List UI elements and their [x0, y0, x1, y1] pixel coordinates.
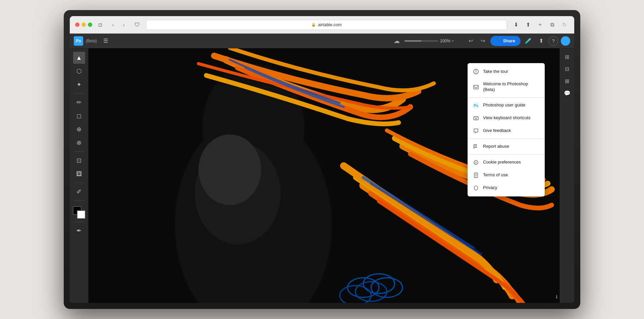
share-person-icon: 👤	[496, 38, 501, 43]
laptop-shell: ⊡ ‹ › 🛡 🔒 airtable.com ⬇ ⬆ ＋ ⧉ ↻ Ps	[64, 10, 580, 309]
zoom-bar[interactable]: 100% ▾	[405, 39, 457, 43]
back-button[interactable]: ‹	[108, 20, 118, 30]
tool-lasso[interactable]: ⬡	[73, 65, 85, 77]
traffic-light-maximize[interactable]	[88, 22, 92, 27]
topbar-right: ↩ ↪ 👤 Share 🧪 ⬆ ?	[466, 36, 570, 46]
tool-magic[interactable]: ✦	[73, 79, 85, 91]
tool-healing[interactable]: ⊗	[73, 137, 85, 149]
right-tool-settings[interactable]: ⊠	[562, 76, 572, 86]
terms-of-use-icon	[473, 172, 479, 178]
tool-eyedropper[interactable]: ✐	[73, 186, 85, 198]
tool-eraser[interactable]: ◻	[73, 110, 85, 122]
svg-point-20	[476, 162, 477, 163]
tool-pen[interactable]: ✒	[73, 225, 85, 237]
tool-divider-4	[74, 200, 85, 201]
ps-beta-label: (Beta)	[86, 39, 97, 43]
browser-actions: ⬇ ⬆ ＋ ⧉ ↻	[511, 20, 569, 30]
tab-icon[interactable]: ⊡	[96, 21, 104, 29]
dropdown-item-give-feedback[interactable]: Give feedback	[468, 125, 545, 137]
tool-brush[interactable]: ✏	[73, 96, 85, 108]
tool-select[interactable]: ▲	[73, 52, 85, 64]
export-icon[interactable]: ⬆	[536, 36, 546, 46]
hamburger-icon[interactable]: ☰	[101, 36, 110, 46]
undo-button[interactable]: ↩	[466, 36, 476, 46]
flask-icon[interactable]: 🧪	[523, 36, 533, 46]
ps-topbar: Ps (Beta) ☰ ☁ 100% ▾ ↩ ↪	[70, 34, 574, 48]
svg-rect-16	[475, 119, 477, 119]
help-button[interactable]: ?	[549, 36, 558, 46]
tool-divider-3	[74, 183, 85, 183]
browser-nav: ‹ ›	[108, 20, 128, 30]
privacy-icon	[473, 185, 479, 191]
dropdown-item-terms-of-use[interactable]: Terms of use	[468, 169, 545, 182]
right-tool-comment[interactable]: 💬	[562, 88, 572, 98]
browser-window: ⊡ ‹ › 🛡 🔒 airtable.com ⬇ ⬆ ＋ ⧉ ↻ Ps	[70, 16, 574, 303]
share-browser-icon[interactable]: ⬆	[523, 20, 533, 30]
user-avatar[interactable]	[561, 36, 570, 46]
redo-button[interactable]: ↪	[478, 36, 488, 46]
tool-crop[interactable]: ⊡	[73, 154, 85, 167]
zoom-track[interactable]	[405, 40, 438, 42]
reload-icon[interactable]: ↻	[559, 20, 569, 30]
report-abuse-label: Report abuse	[483, 144, 509, 149]
new-tab-icon[interactable]: ＋	[535, 20, 545, 30]
give-feedback-label: Give feedback	[483, 128, 511, 134]
zoom-value[interactable]: 100% ▾	[440, 39, 457, 43]
traffic-lights	[75, 22, 92, 27]
traffic-light-close[interactable]	[75, 22, 79, 27]
welcome-label: Welcome to Photoshop (Beta)	[483, 81, 539, 93]
svg-rect-12	[474, 117, 478, 120]
color-swatch[interactable]	[73, 206, 86, 219]
dropdown-item-welcome[interactable]: Welcome to Photoshop (Beta)	[468, 78, 545, 96]
take-tour-icon	[473, 69, 479, 75]
right-tool-layers[interactable]: ⊞	[562, 52, 572, 62]
svg-rect-14	[476, 118, 476, 118]
cookie-preferences-label: Cookie preferences	[483, 160, 521, 165]
forward-button[interactable]: ›	[119, 20, 128, 30]
svg-point-18	[474, 161, 478, 165]
cookie-preferences-icon	[473, 160, 479, 166]
keyboard-shortcuts-icon	[473, 115, 479, 121]
browser-chrome: ⊡ ‹ › 🛡 🔒 airtable.com ⬇ ⬆ ＋ ⧉ ↻	[70, 16, 574, 34]
zoom-thumb	[405, 40, 421, 42]
tool-stamp[interactable]: ⊕	[73, 123, 85, 135]
dropdown-divider-1	[468, 97, 545, 98]
shield-icon: 🛡	[132, 20, 142, 30]
give-feedback-icon	[473, 128, 479, 134]
info-icon[interactable]: ℹ	[556, 294, 557, 300]
svg-rect-13	[474, 118, 475, 118]
lock-icon: 🔒	[311, 22, 316, 27]
dropdown-item-keyboard-shortcuts[interactable]: View keyboard shortcuts	[468, 112, 545, 125]
keyboard-shortcuts-label: View keyboard shortcuts	[483, 115, 530, 121]
user-guide-label: Photoshop user guide	[483, 102, 525, 108]
traffic-light-minimize[interactable]	[82, 22, 86, 27]
cloud-icon: ☁	[394, 37, 400, 45]
tool-frame[interactable]: 🖼	[73, 168, 85, 180]
svg-point-9	[199, 134, 261, 205]
ps-right-panel: ⊞ ⊟ ⊠ 💬	[559, 48, 574, 303]
dropdown-item-report-abuse[interactable]: Report abuse	[468, 140, 545, 153]
dropdown-item-user-guide[interactable]: PsPhotoshop user guide	[468, 99, 545, 112]
dropdown-item-privacy[interactable]: Privacy	[468, 182, 545, 194]
take-tour-label: Take the tour	[483, 69, 508, 75]
svg-rect-15	[477, 118, 478, 118]
dropdown-divider-5	[468, 154, 545, 155]
ps-app: Ps (Beta) ☰ ☁ 100% ▾ ↩ ↪	[70, 34, 574, 303]
ps-logo: Ps	[74, 36, 83, 46]
ps-toolbar: ▲ ⬡ ✦ ✏ ◻ ⊕ ⊗ ⊡ 🖼 ✐	[70, 48, 89, 303]
privacy-label: Privacy	[483, 185, 497, 191]
dropdown-item-cookie-preferences[interactable]: Cookie preferences	[468, 156, 545, 169]
user-guide-icon: Ps	[473, 102, 479, 108]
dropdown-item-take-tour[interactable]: Take the tour	[468, 65, 545, 78]
right-tool-adjustments[interactable]: ⊟	[562, 64, 572, 74]
address-bar[interactable]: 🔒 airtable.com	[146, 20, 507, 30]
tool-divider-1	[74, 93, 85, 94]
share-button[interactable]: 👤 Share	[490, 36, 521, 46]
tool-divider-5	[74, 222, 85, 222]
dropdown-divider-4	[468, 139, 545, 139]
help-dropdown-menu: Take the tourWelcome to Photoshop (Beta)…	[468, 63, 545, 196]
tabs-icon[interactable]: ⧉	[547, 20, 557, 30]
download-icon[interactable]: ⬇	[511, 20, 521, 30]
welcome-icon	[473, 84, 479, 90]
background-color[interactable]	[77, 210, 86, 219]
